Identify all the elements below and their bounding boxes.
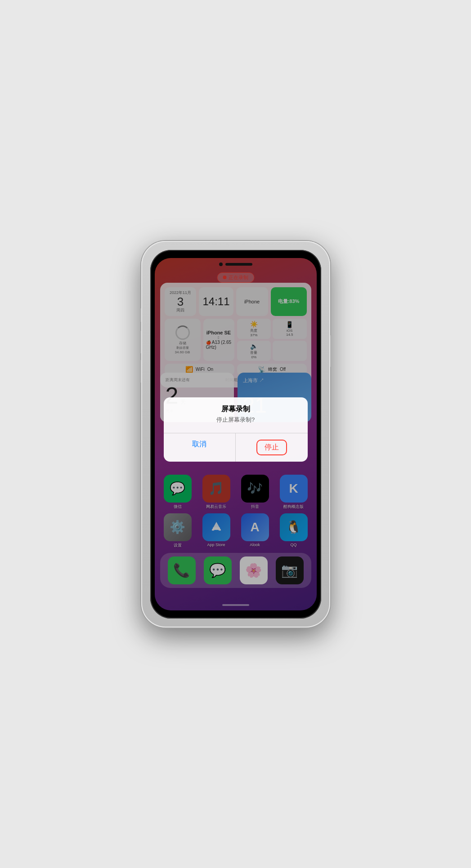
phone-frame: 正在录制 2022年11月 3 周四 14:11 bbox=[141, 241, 330, 628]
volume-up-button[interactable] bbox=[139, 331, 141, 353]
phone-body: 正在录制 2022年11月 3 周四 14:11 bbox=[150, 250, 321, 619]
dialog-content: 屏幕录制 停止屏幕录制? bbox=[164, 397, 308, 427]
dialog-overlay: 屏幕录制 停止屏幕录制? 取消 停止 bbox=[155, 258, 317, 610]
dialog-subtitle: 停止屏幕录制? bbox=[171, 416, 301, 424]
power-button[interactable] bbox=[330, 335, 332, 367]
stop-button-label: 停止 bbox=[256, 440, 287, 455]
stop-button[interactable]: 停止 bbox=[236, 433, 308, 462]
screen-recording-dialog: 屏幕录制 停止屏幕录制? 取消 停止 bbox=[164, 397, 308, 462]
mute-button[interactable] bbox=[139, 308, 141, 322]
dialog-title: 屏幕录制 bbox=[171, 405, 301, 414]
cancel-button[interactable]: 取消 bbox=[164, 433, 236, 462]
volume-down-button[interactable] bbox=[139, 360, 141, 383]
dialog-buttons: 取消 停止 bbox=[164, 433, 308, 462]
phone-screen: 正在录制 2022年11月 3 周四 14:11 bbox=[155, 258, 317, 610]
